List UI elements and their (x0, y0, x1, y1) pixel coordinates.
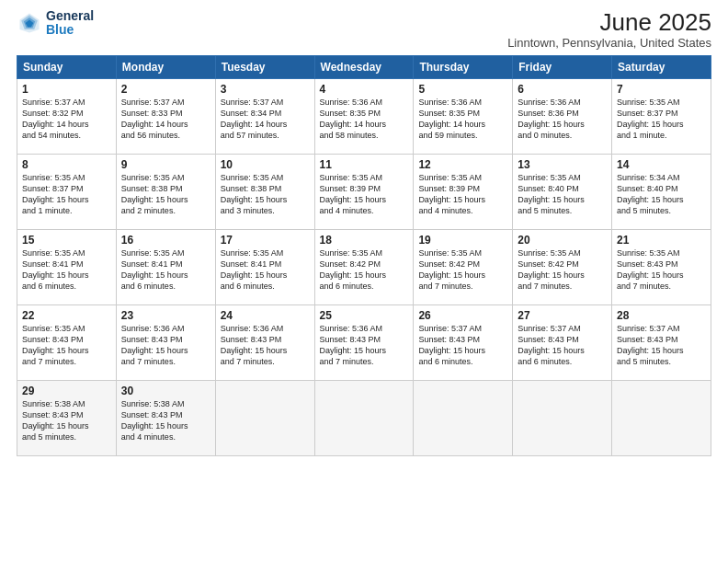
day-number: 12 (418, 158, 507, 171)
day-info: Sunrise: 5:35 AM Sunset: 8:42 PM Dayligh… (418, 247, 507, 293)
day-info: Sunrise: 5:37 AM Sunset: 8:32 PM Dayligh… (22, 97, 111, 142)
calendar-cell-29: 29Sunrise: 5:38 AM Sunset: 8:43 PM Dayli… (17, 380, 117, 455)
day-info: Sunrise: 5:36 AM Sunset: 8:43 PM Dayligh… (121, 323, 210, 368)
calendar-cell-20: 20Sunrise: 5:35 AM Sunset: 8:42 PM Dayli… (513, 229, 612, 304)
day-number: 23 (121, 309, 210, 322)
day-number: 27 (518, 309, 607, 322)
day-number: 25 (320, 309, 409, 322)
calendar-cell-empty (215, 380, 314, 455)
day-number: 4 (320, 83, 409, 96)
calendar-cell-16: 16Sunrise: 5:35 AM Sunset: 8:41 PM Dayli… (116, 229, 215, 304)
calendar-cell-empty (314, 380, 414, 455)
calendar-week-3: 15Sunrise: 5:35 AM Sunset: 8:41 PM Dayli… (17, 229, 711, 304)
day-info: Sunrise: 5:36 AM Sunset: 8:36 PM Dayligh… (518, 97, 607, 142)
day-info: Sunrise: 5:35 AM Sunset: 8:43 PM Dayligh… (617, 247, 706, 293)
day-info: Sunrise: 5:35 AM Sunset: 8:37 PM Dayligh… (617, 97, 706, 142)
calendar-cell-19: 19Sunrise: 5:35 AM Sunset: 8:42 PM Dayli… (414, 229, 513, 304)
calendar-cell-6: 6Sunrise: 5:36 AM Sunset: 8:36 PM Daylig… (513, 78, 612, 154)
day-number: 7 (617, 83, 706, 96)
calendar-cell-21: 21Sunrise: 5:35 AM Sunset: 8:43 PM Dayli… (612, 229, 711, 304)
day-info: Sunrise: 5:35 AM Sunset: 8:42 PM Dayligh… (320, 247, 409, 293)
calendar-cell-13: 13Sunrise: 5:35 AM Sunset: 8:40 PM Dayli… (513, 154, 612, 229)
calendar-cell-27: 27Sunrise: 5:37 AM Sunset: 8:43 PM Dayli… (513, 304, 612, 380)
calendar-cell-8: 8Sunrise: 5:35 AM Sunset: 8:37 PM Daylig… (17, 154, 117, 229)
calendar-cell-empty (612, 380, 711, 455)
calendar-header-saturday: Saturday (612, 55, 711, 78)
calendar-header-monday: Monday (116, 55, 215, 78)
calendar-week-5: 29Sunrise: 5:38 AM Sunset: 8:43 PM Dayli… (17, 380, 711, 455)
day-number: 20 (518, 234, 607, 247)
calendar-cell-18: 18Sunrise: 5:35 AM Sunset: 8:42 PM Dayli… (314, 229, 414, 304)
day-number: 24 (221, 309, 310, 322)
day-number: 8 (22, 158, 111, 171)
day-number: 3 (221, 83, 310, 96)
day-info: Sunrise: 5:35 AM Sunset: 8:39 PM Dayligh… (418, 172, 507, 217)
day-info: Sunrise: 5:35 AM Sunset: 8:41 PM Dayligh… (22, 247, 111, 293)
calendar-header-thursday: Thursday (414, 55, 513, 78)
day-info: Sunrise: 5:37 AM Sunset: 8:43 PM Dayligh… (418, 323, 507, 368)
day-info: Sunrise: 5:35 AM Sunset: 8:37 PM Dayligh… (22, 172, 111, 217)
logo-blue: Blue (46, 23, 94, 37)
logo-general: General (46, 9, 94, 23)
calendar-cell-14: 14Sunrise: 5:34 AM Sunset: 8:40 PM Dayli… (612, 154, 711, 229)
day-number: 1 (22, 83, 111, 96)
day-number: 17 (221, 234, 310, 247)
day-number: 9 (121, 158, 210, 171)
day-number: 11 (320, 158, 409, 171)
day-info: Sunrise: 5:37 AM Sunset: 8:34 PM Dayligh… (221, 97, 310, 142)
day-number: 5 (418, 83, 507, 96)
calendar-week-4: 22Sunrise: 5:35 AM Sunset: 8:43 PM Dayli… (17, 304, 711, 380)
day-info: Sunrise: 5:38 AM Sunset: 8:43 PM Dayligh… (22, 398, 111, 443)
calendar-week-2: 8Sunrise: 5:35 AM Sunset: 8:37 PM Daylig… (17, 154, 711, 229)
calendar-cell-9: 9Sunrise: 5:35 AM Sunset: 8:38 PM Daylig… (116, 154, 215, 229)
day-info: Sunrise: 5:35 AM Sunset: 8:42 PM Dayligh… (518, 247, 607, 293)
day-info: Sunrise: 5:38 AM Sunset: 8:43 PM Dayligh… (121, 398, 210, 443)
day-info: Sunrise: 5:35 AM Sunset: 8:43 PM Dayligh… (22, 323, 111, 368)
calendar-cell-10: 10Sunrise: 5:35 AM Sunset: 8:38 PM Dayli… (215, 154, 314, 229)
day-number: 19 (418, 234, 507, 247)
calendar-cell-22: 22Sunrise: 5:35 AM Sunset: 8:43 PM Dayli… (17, 304, 117, 380)
calendar-cell-23: 23Sunrise: 5:36 AM Sunset: 8:43 PM Dayli… (116, 304, 215, 380)
day-number: 29 (22, 385, 111, 397)
day-info: Sunrise: 5:37 AM Sunset: 8:43 PM Dayligh… (518, 323, 607, 368)
day-number: 14 (617, 158, 706, 171)
day-info: Sunrise: 5:36 AM Sunset: 8:43 PM Dayligh… (320, 323, 409, 368)
calendar-header-tuesday: Tuesday (215, 55, 314, 78)
calendar-cell-30: 30Sunrise: 5:38 AM Sunset: 8:43 PM Dayli… (116, 380, 215, 455)
day-info: Sunrise: 5:35 AM Sunset: 8:40 PM Dayligh… (518, 172, 607, 217)
day-number: 26 (418, 309, 507, 322)
calendar-cell-26: 26Sunrise: 5:37 AM Sunset: 8:43 PM Dayli… (414, 304, 513, 380)
day-info: Sunrise: 5:35 AM Sunset: 8:38 PM Dayligh… (121, 172, 210, 217)
calendar-header-friday: Friday (513, 55, 612, 78)
day-info: Sunrise: 5:35 AM Sunset: 8:39 PM Dayligh… (320, 172, 409, 217)
day-info: Sunrise: 5:35 AM Sunset: 8:41 PM Dayligh… (221, 247, 310, 293)
day-number: 28 (617, 309, 706, 322)
day-number: 30 (121, 385, 210, 397)
day-number: 13 (518, 158, 607, 171)
day-number: 22 (22, 309, 111, 322)
calendar-table: SundayMondayTuesdayWednesdayThursdayFrid… (17, 55, 711, 456)
calendar-header-row: SundayMondayTuesdayWednesdayThursdayFrid… (17, 55, 711, 78)
location: Linntown, Pennsylvania, United States (507, 36, 711, 50)
calendar-cell-15: 15Sunrise: 5:35 AM Sunset: 8:41 PM Dayli… (17, 229, 117, 304)
day-number: 21 (617, 234, 706, 247)
day-number: 16 (121, 234, 210, 247)
day-info: Sunrise: 5:37 AM Sunset: 8:43 PM Dayligh… (617, 323, 706, 368)
logo: General Blue (17, 9, 94, 38)
title-block: June 2025 Linntown, Pennsylvania, United… (507, 9, 711, 50)
day-info: Sunrise: 5:36 AM Sunset: 8:35 PM Dayligh… (418, 97, 507, 142)
day-info: Sunrise: 5:36 AM Sunset: 8:35 PM Dayligh… (320, 97, 409, 142)
day-number: 6 (518, 83, 607, 96)
calendar-cell-28: 28Sunrise: 5:37 AM Sunset: 8:43 PM Dayli… (612, 304, 711, 380)
calendar-cell-11: 11Sunrise: 5:35 AM Sunset: 8:39 PM Dayli… (314, 154, 414, 229)
calendar-cell-24: 24Sunrise: 5:36 AM Sunset: 8:43 PM Dayli… (215, 304, 314, 380)
calendar-cell-25: 25Sunrise: 5:36 AM Sunset: 8:43 PM Dayli… (314, 304, 414, 380)
calendar-cell-3: 3Sunrise: 5:37 AM Sunset: 8:34 PM Daylig… (215, 78, 314, 154)
calendar-header-sunday: Sunday (17, 55, 117, 78)
calendar-cell-4: 4Sunrise: 5:36 AM Sunset: 8:35 PM Daylig… (314, 78, 414, 154)
day-info: Sunrise: 5:34 AM Sunset: 8:40 PM Dayligh… (617, 172, 706, 217)
calendar-cell-12: 12Sunrise: 5:35 AM Sunset: 8:39 PM Dayli… (414, 154, 513, 229)
calendar-cell-17: 17Sunrise: 5:35 AM Sunset: 8:41 PM Dayli… (215, 229, 314, 304)
day-number: 15 (22, 234, 111, 247)
header: General Blue June 2025 Linntown, Pennsyl… (17, 9, 711, 50)
